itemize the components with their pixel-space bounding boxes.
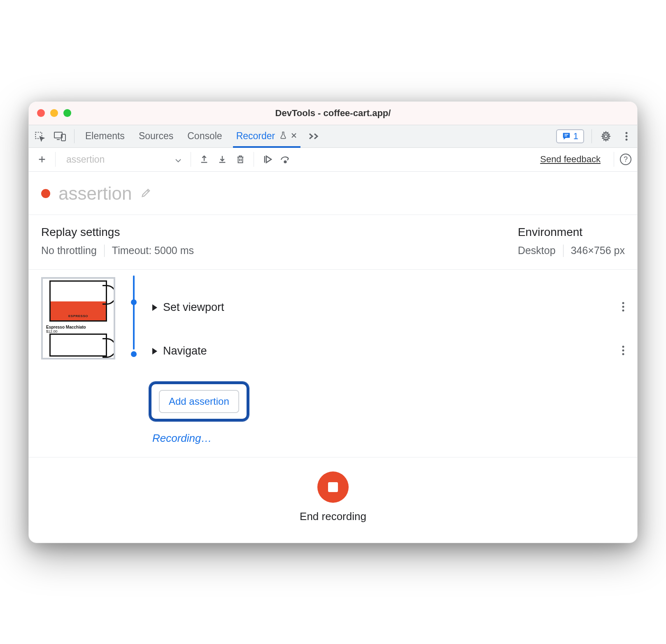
more-tabs-icon[interactable] — [308, 130, 321, 143]
stop-icon — [328, 482, 338, 492]
divider — [104, 245, 105, 257]
device-toolbar-icon[interactable] — [54, 130, 67, 143]
more-options-icon[interactable] — [620, 130, 633, 143]
export-icon[interactable] — [197, 152, 212, 167]
svg-point-11 — [622, 345, 624, 348]
replay-settings: Replay settings No throttling Timeout: 5… — [41, 226, 194, 257]
screenshot-thumbnail[interactable]: ESPRESSO Espresso Macchiato $12.00 — [41, 277, 115, 359]
device-value: Desktop — [518, 245, 556, 257]
svg-point-13 — [622, 353, 624, 355]
tab-recorder-label: Recorder — [236, 131, 275, 142]
svg-point-6 — [626, 138, 628, 140]
recording-select-value: assertion — [66, 154, 105, 165]
svg-point-12 — [622, 349, 624, 351]
end-recording-label: End recording — [300, 510, 366, 523]
settings-row: Replay settings No throttling Timeout: 5… — [29, 215, 637, 270]
step-row[interactable]: Set viewport — [152, 289, 625, 326]
timeline-dot — [131, 299, 137, 305]
product-name: Espresso Macchiato — [46, 325, 110, 329]
tab-recorder[interactable]: Recorder — [233, 125, 301, 148]
end-recording-button[interactable] — [317, 471, 349, 503]
recording-indicator-icon — [41, 189, 50, 198]
chevron-down-icon — [175, 154, 182, 165]
close-tab-icon[interactable] — [291, 131, 297, 141]
expand-icon — [152, 348, 157, 355]
timeline — [115, 270, 152, 445]
screenshot-column: ESPRESSO Espresso Macchiato $12.00 — [41, 270, 115, 445]
cup-label: ESPRESSO — [51, 314, 106, 318]
step-label: Set viewport — [163, 301, 224, 314]
add-assertion-button[interactable]: Add assertion — [159, 390, 239, 413]
steps-list: Set viewport Navigate Add assertion Reco… — [152, 270, 625, 445]
panel-tabstrip: Elements Sources Console Recorder 1 — [29, 125, 637, 148]
tab-console[interactable]: Console — [184, 125, 225, 148]
divider — [254, 152, 254, 167]
tab-sources[interactable]: Sources — [135, 125, 177, 148]
divider — [614, 152, 614, 167]
tab-elements[interactable]: Elements — [82, 125, 128, 148]
issues-count: 1 — [573, 131, 578, 142]
devtools-window: DevTools - coffee-cart.app/ Elements Sou… — [28, 101, 638, 543]
environment-settings: Environment Desktop 346×756 px — [518, 226, 625, 257]
svg-point-5 — [626, 135, 628, 137]
svg-point-10 — [622, 309, 624, 311]
divider — [563, 245, 564, 257]
add-assertion-highlight: Add assertion — [149, 382, 249, 421]
chat-icon — [562, 132, 571, 141]
svg-point-8 — [622, 302, 624, 304]
step-menu-icon[interactable] — [622, 301, 625, 314]
delete-icon[interactable] — [233, 152, 248, 167]
step-menu-icon[interactable] — [622, 345, 625, 357]
svg-point-4 — [626, 132, 628, 134]
step-over-icon[interactable] — [278, 152, 293, 167]
environment-heading: Environment — [518, 226, 625, 239]
import-icon[interactable] — [215, 152, 230, 167]
step-row[interactable]: Navigate — [152, 333, 625, 369]
timeline-line — [133, 275, 135, 350]
help-icon[interactable]: ? — [620, 154, 631, 165]
send-feedback-link[interactable]: Send feedback — [540, 154, 601, 165]
recorder-toolbar: assertion Send feedback ? — [29, 148, 637, 172]
replay-icon[interactable] — [260, 152, 275, 167]
divider — [74, 129, 75, 143]
svg-point-9 — [622, 306, 624, 308]
step-label: Navigate — [163, 345, 207, 357]
divider — [55, 152, 56, 167]
issues-badge[interactable]: 1 — [556, 129, 584, 143]
new-recording-button[interactable] — [35, 152, 49, 167]
timeline-dot — [131, 351, 137, 357]
recording-select[interactable]: assertion — [61, 154, 185, 165]
edit-title-icon[interactable] — [140, 187, 152, 200]
throttling-value[interactable]: No throttling — [41, 245, 97, 257]
recording-status: Recording… — [152, 432, 625, 445]
svg-point-3 — [604, 135, 608, 138]
steps-area: ESPRESSO Espresso Macchiato $12.00 Set v… — [29, 270, 637, 457]
viewport-value: 346×756 px — [571, 245, 625, 257]
window-title: DevTools - coffee-cart.app/ — [29, 108, 637, 119]
titlebar: DevTools - coffee-cart.app/ — [29, 102, 637, 125]
divider — [591, 129, 592, 143]
product-price: $12.00 — [46, 329, 110, 334]
inspect-element-icon[interactable] — [33, 130, 46, 143]
footer: End recording — [29, 457, 637, 543]
expand-icon — [152, 304, 157, 311]
svg-point-7 — [284, 161, 286, 163]
timeout-value[interactable]: Timeout: 5000 ms — [112, 245, 194, 257]
settings-icon[interactable] — [599, 130, 612, 143]
replay-settings-heading: Replay settings — [41, 226, 194, 239]
recording-title: assertion — [58, 183, 132, 204]
divider — [191, 152, 191, 167]
recording-heading: assertion — [29, 172, 637, 215]
experimental-icon — [279, 131, 287, 142]
